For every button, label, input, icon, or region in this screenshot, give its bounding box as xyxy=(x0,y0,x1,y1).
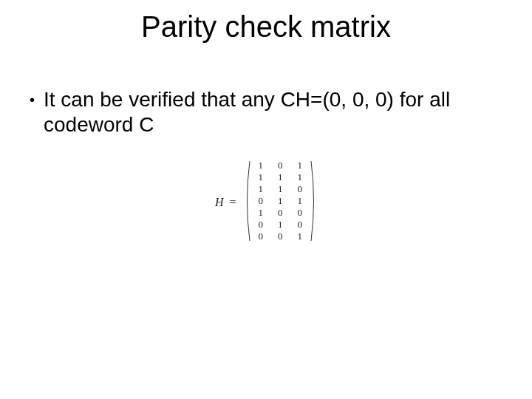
matrix-equation: H = 1 0 1 1 1 1 1 xyxy=(0,160,532,242)
matrix-cell: 0 xyxy=(270,207,290,219)
matrix-cell: 1 xyxy=(251,171,271,183)
matrix-cell: 0 xyxy=(251,231,271,242)
matrix-cell: 0 xyxy=(270,231,290,242)
matrix-row: 0 1 0 xyxy=(251,219,310,231)
matrix-cell: 1 xyxy=(251,160,271,171)
matrix-cell: 0 xyxy=(251,195,271,207)
slide-title: Parity check matrix xyxy=(0,10,532,44)
right-paren-icon xyxy=(310,160,317,242)
matrix-body: 1 0 1 1 1 1 1 1 0 0 1 1 xyxy=(244,160,318,242)
slide: Parity check matrix • It can be verified… xyxy=(0,0,532,399)
equals-sign: = xyxy=(230,196,236,209)
matrix-cell: 1 xyxy=(290,171,310,183)
matrix-row: 0 0 1 xyxy=(251,231,310,242)
bullet-text: It can be verified that any CH=(0, 0, 0)… xyxy=(44,87,505,137)
slide-body: • It can be verified that any CH=(0, 0, … xyxy=(27,87,505,137)
matrix-row: 1 0 1 xyxy=(251,160,310,171)
bullet-item: • It can be verified that any CH=(0, 0, … xyxy=(27,87,505,137)
matrix-cell: 1 xyxy=(290,195,310,207)
matrix-cell: 1 xyxy=(270,195,290,207)
left-paren-icon xyxy=(244,160,251,242)
matrix-row: 1 0 0 xyxy=(251,207,310,219)
matrix-cell: 1 xyxy=(251,207,271,219)
matrix-cell: 0 xyxy=(270,160,290,171)
matrix-cell: 0 xyxy=(251,219,271,231)
matrix-row: 1 1 1 xyxy=(251,171,310,183)
matrix-cell: 1 xyxy=(270,183,290,195)
matrix-cell: 0 xyxy=(290,207,310,219)
matrix-cell: 0 xyxy=(290,219,310,231)
matrix-symbol: H xyxy=(215,196,224,209)
matrix-row: 1 1 0 xyxy=(251,183,310,195)
matrix-row: 0 1 1 xyxy=(251,195,310,207)
matrix-cell: 1 xyxy=(270,171,290,183)
matrix-cell: 0 xyxy=(290,183,310,195)
matrix-cell: 1 xyxy=(290,160,310,171)
matrix-grid: 1 0 1 1 1 1 1 1 0 0 1 1 xyxy=(251,160,310,242)
matrix-cell: 1 xyxy=(270,219,290,231)
matrix-cell: 1 xyxy=(290,231,310,242)
matrix-cell: 1 xyxy=(251,183,271,195)
bullet-marker: • xyxy=(27,87,35,112)
